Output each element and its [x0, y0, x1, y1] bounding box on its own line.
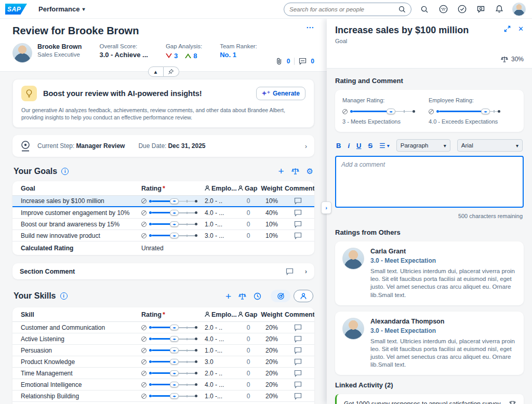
gap-up-count[interactable]: 8	[193, 52, 197, 60]
col-gap[interactable]: Gap	[238, 311, 259, 318]
slider-handle[interactable]: ◂▸	[170, 233, 179, 238]
add-skill-button[interactable]: +	[225, 291, 231, 301]
section-comment-card[interactable]: Section Comment ›	[12, 263, 314, 279]
person-view-button[interactable]	[294, 290, 313, 302]
col-skill[interactable]: Skill	[21, 311, 141, 318]
col-weight[interactable]: Weight	[259, 311, 285, 318]
rating-slider[interactable]: ◂▸	[141, 336, 205, 342]
rating-slider[interactable]: ◂▸	[141, 233, 205, 238]
slider-handle[interactable]: ◂▸	[170, 382, 179, 387]
table-row[interactable]: Active Listening ◂▸ 4.0 - ... 0 20% ›	[12, 333, 314, 345]
bold-button[interactable]: B	[336, 142, 341, 150]
paragraph-select[interactable]: Paragraph ▾	[396, 139, 450, 152]
comment-icon[interactable]	[285, 393, 311, 400]
no-rating-icon[interactable]	[141, 359, 147, 365]
table-row[interactable]: Customer and Communication ◂▸ 2.0 - .. 0…	[12, 322, 314, 333]
employee-rating-slider[interactable]: ◂▸	[429, 109, 500, 114]
chevron-right-icon[interactable]: ›	[305, 267, 307, 275]
user-avatar[interactable]	[512, 3, 526, 16]
table-row[interactable]: Improve customer engagement by 10% ◂▸ 4.…	[12, 207, 314, 219]
no-rating-icon[interactable]	[141, 394, 147, 399]
table-row[interactable]: Time Management ◂▸ 2.0 - .. 0 20% ›	[12, 368, 314, 379]
attachment-count[interactable]: 0	[287, 58, 290, 65]
list-format-button[interactable]: ☰▾	[379, 142, 390, 150]
comment-icon[interactable]	[286, 268, 294, 275]
chevron-right-icon[interactable]: ›	[311, 209, 314, 217]
col-weight[interactable]: Weight	[259, 185, 285, 192]
comment-icon[interactable]	[285, 358, 311, 366]
comment-icon[interactable]	[285, 347, 311, 354]
comment-input[interactable]	[335, 156, 524, 208]
no-rating-icon[interactable]	[141, 325, 147, 330]
col-employee[interactable]: Emplo...	[205, 311, 238, 318]
no-rating-icon[interactable]	[342, 109, 348, 114]
comment-icon[interactable]	[285, 335, 311, 343]
sap-logo[interactable]: SAP	[5, 4, 27, 15]
chevron-right-icon[interactable]: ›	[311, 197, 314, 205]
chevron-right-icon[interactable]: ›	[311, 335, 314, 343]
unpin-icon[interactable]	[164, 66, 179, 77]
slider-handle[interactable]: ◂▸	[170, 325, 179, 330]
comment-icon[interactable]	[299, 58, 307, 65]
manager-rating-slider[interactable]: ◂▸	[342, 109, 415, 114]
comment-icon[interactable]	[285, 370, 311, 377]
slider-handle[interactable]: ◂▸	[170, 359, 179, 365]
rater-avatar[interactable]	[342, 318, 364, 340]
search-icon[interactable]	[419, 4, 430, 15]
chevron-right-icon[interactable]: ›	[305, 142, 307, 150]
gear-icon[interactable]: ⚙	[307, 167, 313, 175]
comment-icon[interactable]	[285, 324, 311, 331]
search-input[interactable]	[289, 6, 395, 12]
strikethrough-button[interactable]: S	[368, 142, 373, 150]
no-rating-icon[interactable]	[141, 348, 147, 353]
feedback-icon[interactable]	[475, 4, 486, 15]
col-comment[interactable]: Comment	[285, 185, 311, 192]
comment-icon[interactable]	[285, 209, 311, 217]
underline-button[interactable]: U	[356, 142, 361, 150]
slider-handle[interactable]: ◂▸	[170, 336, 179, 342]
overflow-menu-button[interactable]: ⋯	[306, 25, 314, 30]
team-ranker-value[interactable]: No. 1	[220, 51, 257, 59]
rating-slider[interactable]: ◂▸	[141, 393, 205, 399]
col-rating[interactable]: Rating*	[141, 185, 205, 192]
chevron-right-icon[interactable]: ›	[311, 393, 314, 400]
info-icon[interactable]: i	[60, 292, 68, 300]
slider-handle[interactable]: ◂▸	[481, 109, 490, 114]
no-rating-icon[interactable]	[141, 371, 147, 376]
no-rating-icon[interactable]	[141, 336, 147, 342]
slider-handle[interactable]: ◂▸	[170, 210, 179, 216]
scale-icon[interactable]	[238, 292, 246, 300]
todo-check-icon[interactable]	[456, 4, 468, 15]
apps-icon[interactable]	[437, 4, 449, 15]
rater-avatar[interactable]	[342, 248, 364, 270]
info-icon[interactable]: i	[61, 168, 69, 175]
chevron-right-icon[interactable]: ›	[311, 381, 314, 388]
app-switcher[interactable]: Performance ▾	[38, 5, 85, 13]
slider-handle[interactable]: ◂▸	[170, 198, 179, 204]
expand-panel-button[interactable]: ›	[321, 201, 331, 214]
add-goal-button[interactable]: +	[278, 166, 284, 176]
rating-slider[interactable]: ◂▸	[141, 198, 205, 204]
notifications-bell-icon[interactable]	[494, 4, 505, 15]
generate-button[interactable]: ✦⁺ Generate	[256, 87, 305, 100]
chevron-right-icon[interactable]: ›	[311, 232, 314, 239]
no-rating-icon[interactable]	[141, 210, 147, 216]
rating-slider[interactable]: ◂▸	[141, 370, 205, 376]
comment-icon[interactable]	[285, 232, 311, 239]
table-row[interactable]: Build new innovative product ◂▸ 3.0 - ..…	[12, 230, 314, 241]
rating-slider[interactable]: ◂▸	[141, 221, 205, 227]
comment-icon[interactable]	[285, 221, 311, 228]
no-rating-icon[interactable]	[141, 198, 147, 204]
chevron-right-icon[interactable]: ›	[311, 370, 314, 377]
col-goal[interactable]: Goal	[21, 185, 141, 192]
chevron-right-icon[interactable]: ›	[311, 324, 314, 331]
no-rating-icon[interactable]	[141, 382, 147, 387]
col-comment[interactable]: Comment	[285, 311, 311, 318]
table-row[interactable]: Boost our brand awareness by 15% ◂▸ 1.0 …	[12, 219, 314, 230]
close-icon[interactable]: ✕	[518, 25, 524, 33]
table-row[interactable]: Emotional Intelligence ◂▸ 4.0 - ... 0 20…	[12, 379, 314, 390]
table-row[interactable]: Product Knowledge ◂▸ 3.0 0 20% ›	[12, 356, 314, 368]
comment-count[interactable]: 0	[311, 58, 314, 65]
slider-handle[interactable]: ◂▸	[170, 393, 179, 399]
chevron-right-icon[interactable]: ›	[311, 347, 314, 354]
